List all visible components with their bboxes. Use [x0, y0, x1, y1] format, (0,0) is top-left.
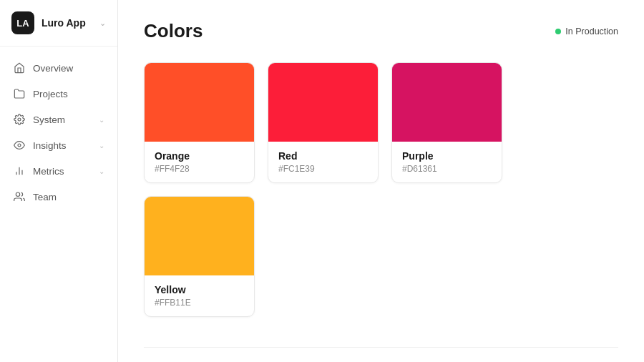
sidebar: LA Luro App ⌄ Overview Projects	[0, 0, 118, 362]
chevron-down-icon: ⌄	[99, 142, 104, 150]
app-name: Luro App	[42, 17, 92, 29]
color-info: Red#FC1E39	[268, 142, 378, 182]
gear-icon	[13, 113, 26, 126]
color-hex: #FC1E39	[278, 164, 368, 174]
color-hex: #FFB11E	[155, 298, 244, 308]
color-name: Purple	[402, 150, 492, 162]
eye-icon	[13, 139, 26, 152]
svg-point-5	[16, 192, 19, 196]
status-badge: In Production	[555, 26, 618, 36]
color-swatch	[145, 63, 254, 142]
typography-section: Typography H1 Headline H2 Headline H3 He…	[144, 347, 618, 362]
sidebar-item-label: System	[33, 114, 92, 125]
sidebar-header[interactable]: LA Luro App ⌄	[0, 0, 117, 47]
users-icon	[13, 190, 26, 203]
sidebar-item-team[interactable]: Team	[0, 184, 117, 210]
sidebar-nav: Overview Projects System ⌄	[0, 47, 117, 362]
sidebar-item-label: Overview	[33, 63, 104, 74]
app-logo: LA	[11, 11, 34, 34]
sidebar-item-system[interactable]: System ⌄	[0, 107, 117, 132]
page-header: Colors In Production	[144, 20, 618, 42]
chevron-down-icon: ⌄	[99, 116, 104, 124]
home-icon	[13, 62, 26, 74]
color-name: Yellow	[155, 284, 244, 295]
color-hex: #D61361	[402, 164, 492, 174]
sidebar-item-metrics[interactable]: Metrics ⌄	[0, 158, 117, 184]
color-swatch	[268, 63, 378, 142]
chart-icon	[13, 165, 26, 177]
chevron-down-icon: ⌄	[99, 167, 104, 175]
chevron-down-icon: ⌄	[99, 19, 106, 28]
color-card: Yellow#FFB11E	[144, 196, 255, 317]
color-card: Orange#FF4F28	[144, 62, 255, 183]
sidebar-item-label: Projects	[33, 89, 104, 99]
colors-grid: Orange#FF4F28Red#FC1E39Purple#D61361Yell…	[144, 62, 618, 317]
sidebar-item-projects[interactable]: Projects	[0, 81, 117, 107]
color-info: Yellow#FFB11E	[145, 275, 254, 316]
color-swatch	[145, 197, 254, 275]
color-info: Purple#D61361	[392, 142, 502, 182]
sidebar-item-overview[interactable]: Overview	[0, 55, 117, 81]
folder-icon	[13, 87, 26, 100]
color-name: Red	[278, 150, 368, 162]
color-name: Orange	[155, 150, 244, 162]
color-card: Purple#D61361	[391, 62, 502, 183]
status-dot-icon	[555, 29, 561, 34]
page-title: Colors	[144, 20, 203, 42]
color-card: Red#FC1E39	[268, 62, 379, 183]
svg-point-0	[18, 118, 21, 121]
sidebar-item-label: Insights	[33, 140, 92, 151]
sidebar-item-insights[interactable]: Insights ⌄	[0, 132, 117, 158]
sidebar-item-label: Metrics	[33, 166, 92, 177]
color-hex: #FF4F28	[155, 164, 244, 174]
status-label: In Production	[565, 26, 618, 36]
color-swatch	[392, 63, 502, 142]
color-info: Orange#FF4F28	[145, 142, 254, 182]
svg-point-1	[18, 144, 21, 147]
sidebar-item-label: Team	[33, 192, 104, 202]
main-content: Colors In Production Orange#FF4F28Red#FC…	[118, 0, 644, 362]
